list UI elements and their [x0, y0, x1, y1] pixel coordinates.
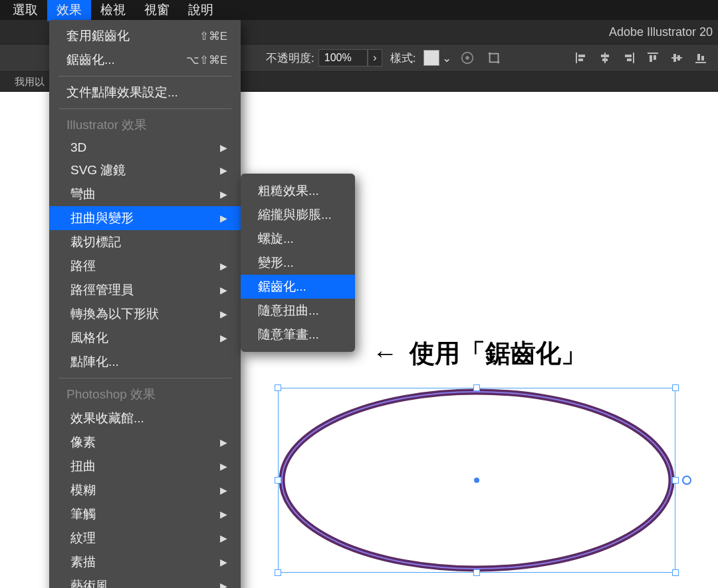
svg-rect-11: [648, 53, 658, 54]
submenu-item[interactable]: 螺旋...: [241, 227, 355, 251]
menu-item[interactable]: SVG 濾鏡▶: [49, 158, 241, 182]
menu-label: 縮攏與膨脹...: [258, 206, 332, 223]
annotation-text: 使用「鋸齒化」: [410, 337, 586, 370]
menu-item[interactable]: 素描▶: [49, 550, 241, 574]
align-vcenter-icon[interactable]: [667, 49, 686, 67]
submenu-item[interactable]: 變形...: [241, 251, 355, 275]
recolor-icon[interactable]: [457, 47, 478, 69]
svg-rect-9: [625, 55, 632, 57]
menu-item[interactable]: 風格化▶: [49, 326, 241, 350]
menu-item[interactable]: 扭曲▶: [49, 454, 241, 478]
align-right-icon[interactable]: [620, 49, 638, 67]
selected-ellipse-object[interactable]: [278, 388, 675, 573]
align-top-icon[interactable]: [644, 49, 662, 67]
menu-label: 像素: [70, 434, 96, 451]
submenu-arrow-icon: ▶: [220, 309, 227, 319]
pivot-handle[interactable]: [682, 476, 691, 485]
svg-rect-5: [604, 53, 606, 63]
menu-item[interactable]: 裁切標記: [49, 230, 241, 254]
style-swatch[interactable]: [423, 50, 439, 66]
menu-label: 藝術風: [70, 577, 108, 588]
menu-item[interactable]: 扭曲與變形▶: [49, 206, 241, 230]
submenu-item[interactable]: 粗糙效果...: [241, 179, 355, 203]
app-title: Adobe Illustrator 20: [609, 25, 713, 39]
menu-effect[interactable]: 效果: [47, 0, 91, 21]
menu-item[interactable]: 藝術風▶: [49, 574, 241, 588]
submenu-item[interactable]: 隨意筆畫...: [241, 323, 355, 347]
menu-label: 3D: [70, 140, 86, 155]
submenu-arrow-icon: ▶: [220, 333, 227, 343]
menu-help[interactable]: 說明: [179, 0, 223, 21]
opacity-input[interactable]: [318, 49, 368, 67]
align-hcenter-icon[interactable]: [596, 49, 614, 67]
opacity-stepper[interactable]: ›: [368, 49, 382, 67]
svg-point-1: [466, 56, 470, 60]
menu-item[interactable]: 點陣化...: [49, 350, 241, 374]
handle-bottom-mid[interactable]: [473, 569, 480, 576]
menu-view[interactable]: 檢視: [91, 0, 135, 21]
menu-doc-raster-settings[interactable]: 文件點陣效果設定...: [49, 80, 241, 104]
menu-label: 風格化: [70, 329, 108, 347]
menu-item[interactable]: 路徑管理員▶: [49, 278, 241, 302]
menu-item[interactable]: 模糊▶: [49, 478, 241, 502]
menu-window[interactable]: 視窗: [135, 0, 179, 21]
menu-last-effect[interactable]: 鋸齒化... ⌥⇧⌘E: [49, 48, 241, 72]
handle-top-right[interactable]: [672, 384, 679, 391]
menu-label: 效果收藏館...: [70, 410, 144, 427]
menu-item[interactable]: 像素▶: [49, 430, 241, 454]
menu-item[interactable]: 轉換為以下形狀▶: [49, 302, 241, 326]
submenu-arrow-icon: ▶: [220, 557, 227, 567]
style-label: 樣式:: [390, 51, 416, 66]
submenu-arrow-icon: ▶: [220, 285, 227, 295]
style-dropdown[interactable]: ⌄: [439, 49, 454, 67]
submenu-item[interactable]: 鋸齒化...: [241, 275, 355, 299]
menu-apply-last-effect[interactable]: 套用鋸齒化 ⇧⌘E: [49, 24, 241, 48]
section-header-illustrator: Illustrator 效果: [49, 113, 241, 137]
doc-tab[interactable]: 我用以: [8, 73, 51, 91]
submenu-arrow-icon: ▶: [220, 261, 227, 271]
menu-item[interactable]: 效果收藏館...: [49, 406, 241, 430]
menu-item[interactable]: 3D▶: [49, 137, 241, 158]
menu-select[interactable]: 選取: [3, 0, 47, 21]
section-header-photoshop: Photoshop 效果: [49, 382, 241, 406]
menu-label: 彎曲: [70, 186, 96, 203]
handle-mid-left[interactable]: [275, 477, 281, 484]
menu-item[interactable]: 筆觸▶: [49, 502, 241, 526]
submenu-item[interactable]: 縮攏與膨脹...: [241, 203, 355, 227]
svg-rect-7: [602, 59, 608, 61]
svg-rect-17: [695, 62, 706, 63]
crop-icon[interactable]: [483, 47, 505, 69]
align-left-icon[interactable]: [572, 49, 590, 67]
separator: [59, 76, 231, 76]
submenu-arrow-icon: ▶: [220, 485, 227, 496]
menu-label: 路徑管理員: [70, 281, 134, 299]
menu-label: 紋理: [70, 529, 96, 547]
svg-rect-19: [701, 56, 704, 61]
menu-label: SVG 濾鏡: [70, 162, 126, 179]
effect-dropdown: 套用鋸齒化 ⇧⌘E 鋸齒化... ⌥⇧⌘E 文件點陣效果設定... Illust…: [49, 20, 241, 588]
align-bottom-icon[interactable]: [691, 49, 710, 67]
opacity-label: 不透明度:: [266, 51, 314, 66]
submenu-arrow-icon: ▶: [220, 509, 227, 519]
menu-label: 素描: [70, 553, 96, 571]
svg-rect-16: [677, 55, 680, 61]
menu-label: 裁切標記: [70, 233, 121, 251]
menu-item[interactable]: 路徑▶: [49, 254, 241, 278]
menu-item[interactable]: 紋理▶: [49, 526, 241, 550]
submenu-arrow-icon: ▶: [220, 213, 227, 223]
menu-label: 鋸齒化...: [66, 51, 115, 69]
svg-rect-14: [671, 57, 682, 59]
menu-label: 路徑: [70, 257, 96, 275]
menu-item[interactable]: 彎曲▶: [49, 182, 241, 206]
handle-bottom-right[interactable]: [672, 569, 679, 576]
submenu-item[interactable]: 隨意扭曲...: [241, 299, 355, 323]
svg-rect-10: [627, 59, 632, 61]
handle-bottom-left[interactable]: [275, 569, 281, 576]
menu-label: 隨意筆畫...: [258, 326, 319, 343]
handle-mid-right[interactable]: [672, 477, 679, 484]
chevron-right-icon: ›: [373, 51, 377, 65]
handle-top-mid[interactable]: [473, 384, 480, 391]
submenu-arrow-icon: ▶: [220, 189, 227, 200]
svg-rect-6: [601, 55, 609, 57]
handle-top-left[interactable]: [275, 384, 281, 391]
